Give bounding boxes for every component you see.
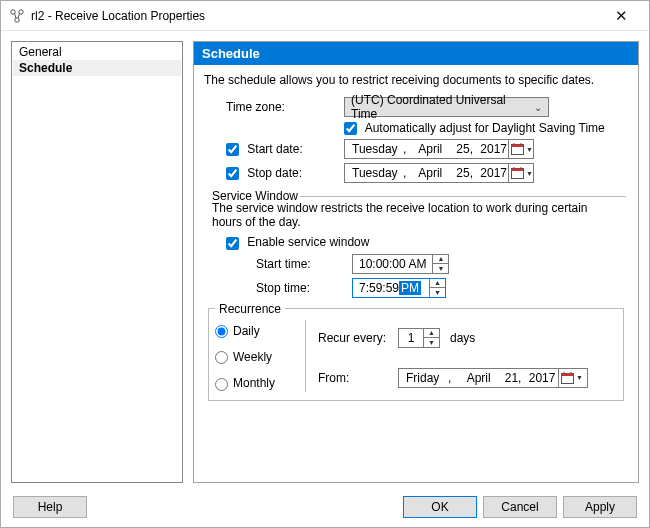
stop-time-spinner[interactable]: 7:59:59 PM ▲▼ [352,278,446,298]
dst-label: Automatically adjust for Daylight Saving… [365,121,605,135]
category-list[interactable]: General Schedule [11,41,183,483]
svg-rect-10 [512,169,524,172]
app-icon [9,8,25,24]
stop-time-label: Stop time: [256,281,352,295]
calendar-drop-icon[interactable]: ▼ [558,369,585,387]
timezone-value: (UTC) Coordinated Universal Time [351,93,530,121]
recur-from-picker[interactable]: Friday , April 21, 2017 ▼ [398,368,588,388]
stop-date-checkbox[interactable]: Stop date: [226,166,302,180]
start-time-spinner[interactable]: 10:00:00 AM ▲▼ [352,254,449,274]
calendar-drop-icon[interactable]: ▼ [508,140,535,158]
timezone-combo[interactable]: (UTC) Coordinated Universal Time ⌄ [344,97,549,117]
recurrence-monthly-radio[interactable]: Monthly [215,376,305,390]
recur-every-label: Recur every: [318,331,398,345]
section-header: Schedule [194,42,638,65]
window-title: rl2 - Receive Location Properties [31,9,601,23]
svg-point-2 [15,17,19,21]
help-button[interactable]: Help [13,496,87,518]
enable-service-window-input[interactable] [226,237,239,250]
stop-date-picker[interactable]: Tuesday , April 25, 2017 ▼ [344,163,534,183]
content-panel: Schedule The schedule allows you to rest… [193,41,639,483]
start-date-checkbox[interactable]: Start date: [226,142,303,156]
stop-date-checkbox-input[interactable] [226,167,239,180]
service-window-description: The service window restricts the receive… [212,201,620,229]
recur-every-value: 1 [399,329,423,347]
spinner-buttons[interactable]: ▲▼ [423,329,439,347]
button-bar: Help OK Cancel Apply [1,487,649,527]
dst-checkbox-input[interactable] [344,122,357,135]
recur-unit: days [450,331,475,345]
stop-time-value: 7:59:59 PM [353,279,429,297]
start-date-checkbox-input[interactable] [226,143,239,156]
enable-service-window-label: Enable service window [247,235,369,249]
svg-rect-6 [512,145,524,148]
stop-date-label: Stop date: [247,166,302,180]
nav-item-schedule[interactable]: Schedule [13,60,181,76]
spinner-buttons[interactable]: ▲▼ [432,255,448,273]
recurrence-weekly-radio[interactable]: Weekly [215,350,305,364]
dialog-body: General Schedule Schedule The schedule a… [1,31,649,487]
start-time-label: Start time: [256,257,352,271]
start-time-value: 10:00:00 AM [353,255,432,273]
start-date-label: Start date: [247,142,302,156]
recurrence-legend: Recurrence [215,302,285,316]
section-description: The schedule allows you to restrict rece… [204,73,628,87]
timezone-label: Time zone: [226,100,344,114]
svg-line-4 [18,13,20,18]
chevron-down-icon: ⌄ [530,102,546,113]
svg-line-3 [15,13,17,18]
spinner-buttons[interactable]: ▲▼ [429,279,445,297]
nav-item-general[interactable]: General [13,44,181,60]
recurrence-group: Recurrence Daily Weekly Monthly Recur ev… [208,302,624,401]
svg-rect-14 [562,373,574,376]
dst-checkbox[interactable]: Automatically adjust for Daylight Saving… [344,121,605,135]
recur-from-label: From: [318,371,398,385]
apply-button[interactable]: Apply [563,496,637,518]
ok-button[interactable]: OK [403,496,477,518]
close-button[interactable]: ✕ [601,7,641,25]
enable-service-window-checkbox[interactable]: Enable service window [226,235,369,249]
titlebar: rl2 - Receive Location Properties ✕ [1,1,649,31]
recur-every-spinner[interactable]: 1 ▲▼ [398,328,440,348]
cancel-button[interactable]: Cancel [483,496,557,518]
calendar-drop-icon[interactable]: ▼ [508,164,535,182]
start-date-picker[interactable]: Tuesday , April 25, 2017 ▼ [344,139,534,159]
dialog-window: rl2 - Receive Location Properties ✕ Gene… [0,0,650,528]
recurrence-daily-radio[interactable]: Daily [215,324,305,338]
